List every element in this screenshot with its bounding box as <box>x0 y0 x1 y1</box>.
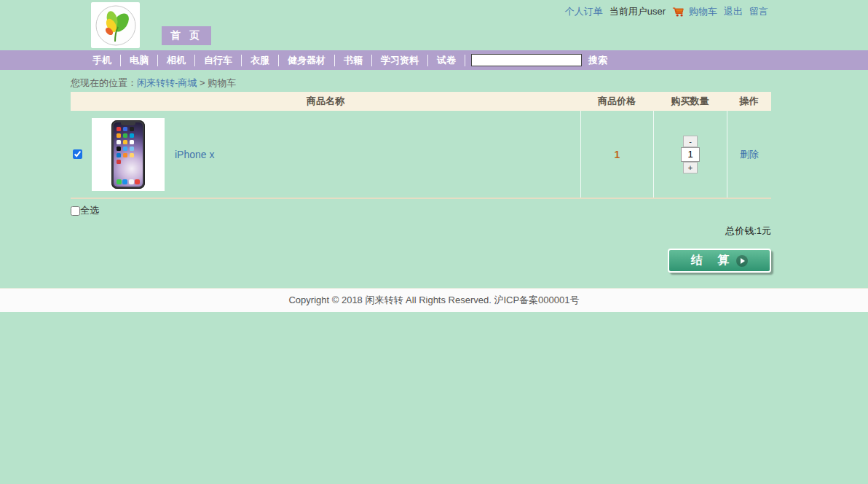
select-all-label: 全选 <box>80 204 99 217</box>
cart-table-header: 商品名称 商品价格 购买数量 操作 <box>71 92 771 111</box>
nav-item-cameras[interactable]: 相机 <box>158 55 195 66</box>
nav-item-bicycles[interactable]: 自行车 <box>195 55 242 66</box>
select-all-row: 全选 <box>71 204 771 217</box>
nav-item-clothes[interactable]: 衣服 <box>242 55 279 66</box>
search-button[interactable]: 搜索 <box>588 54 607 67</box>
search-input[interactable] <box>471 54 582 66</box>
nav-item-exams[interactable]: 试卷 <box>428 55 465 66</box>
breadcrumb: 您现在的位置：闲来转转-商城 > 购物车 <box>71 70 771 92</box>
checkout-button[interactable]: 结 算 <box>668 249 771 273</box>
select-all-checkbox[interactable] <box>71 206 80 216</box>
column-header-price: 商品价格 <box>580 95 653 108</box>
nav-item-study-materials[interactable]: 学习资料 <box>372 55 428 66</box>
column-header-product-name: 商品名称 <box>71 95 580 108</box>
site-logo[interactable] <box>91 2 140 48</box>
orders-link[interactable]: 个人订单 <box>565 5 603 18</box>
nav-item-computers[interactable]: 电脑 <box>121 55 158 66</box>
product-image[interactable] <box>92 118 165 191</box>
logout-link[interactable]: 退出 <box>724 5 743 18</box>
quantity-cell: - + <box>653 111 727 198</box>
nav-search: 搜索 <box>471 54 607 67</box>
breadcrumb-current: 购物车 <box>208 77 236 88</box>
breadcrumb-shop-link[interactable]: 闲来转转-商城 <box>137 77 197 88</box>
quantity-decrease-button[interactable]: - <box>683 136 698 147</box>
row-select-checkbox[interactable] <box>73 149 82 159</box>
checkout-row: 结 算 <box>71 249 771 273</box>
main-content: 您现在的位置：闲来转转-商城 > 购物车 商品名称 商品价格 购买数量 操作 <box>71 70 771 288</box>
page-footer: Copyright © 2018 闲来转转 All Rights Reserve… <box>0 288 868 312</box>
column-header-quantity: 购买数量 <box>653 95 727 108</box>
current-user-label: 当前用户user <box>609 5 666 18</box>
nav-item-fitness[interactable]: 健身器材 <box>279 55 335 66</box>
cart-icon <box>672 7 685 17</box>
total-price-row: 总价钱:1元 <box>71 225 771 238</box>
delete-link[interactable]: 删除 <box>740 148 759 161</box>
nav-item-phones[interactable]: 手机 <box>84 55 121 66</box>
cart-table-row: iPhone x 1 - + 删除 <box>71 111 771 199</box>
main-navbar: 手机 电脑 相机 自行车 衣服 健身器材 书籍 学习资料 试卷 搜索 <box>0 50 868 70</box>
copyright-text: Copyright © 2018 闲来转转 All Rights Reserve… <box>288 294 579 307</box>
quantity-stepper: - + <box>681 136 700 173</box>
breadcrumb-prefix: 您现在的位置： <box>71 77 137 88</box>
column-header-action: 操作 <box>727 95 771 108</box>
price-cell: 1 <box>580 111 653 198</box>
product-name-cell: iPhone x <box>71 111 580 198</box>
top-header: 首 页 个人订单 当前用户user 购物车 退出 留言 <box>0 0 868 50</box>
iphone-image <box>111 120 145 189</box>
quantity-input[interactable] <box>681 147 700 162</box>
checkout-button-label: 结 算 <box>691 253 729 268</box>
action-cell: 删除 <box>727 111 771 198</box>
leaf-logo-icon <box>93 4 138 47</box>
product-price: 1 <box>615 149 620 160</box>
total-price-text: 总价钱:1元 <box>725 225 771 236</box>
user-links: 个人订单 当前用户user 购物车 退出 留言 <box>565 5 768 18</box>
play-arrow-icon <box>736 255 748 267</box>
product-name-link[interactable]: iPhone x <box>175 149 214 160</box>
breadcrumb-separator: > <box>200 77 205 88</box>
cart-link[interactable]: 购物车 <box>689 5 717 18</box>
quantity-increase-button[interactable]: + <box>683 162 698 173</box>
home-button[interactable]: 首 页 <box>162 26 211 45</box>
message-link[interactable]: 留言 <box>749 5 768 18</box>
nav-item-books[interactable]: 书籍 <box>335 55 372 66</box>
